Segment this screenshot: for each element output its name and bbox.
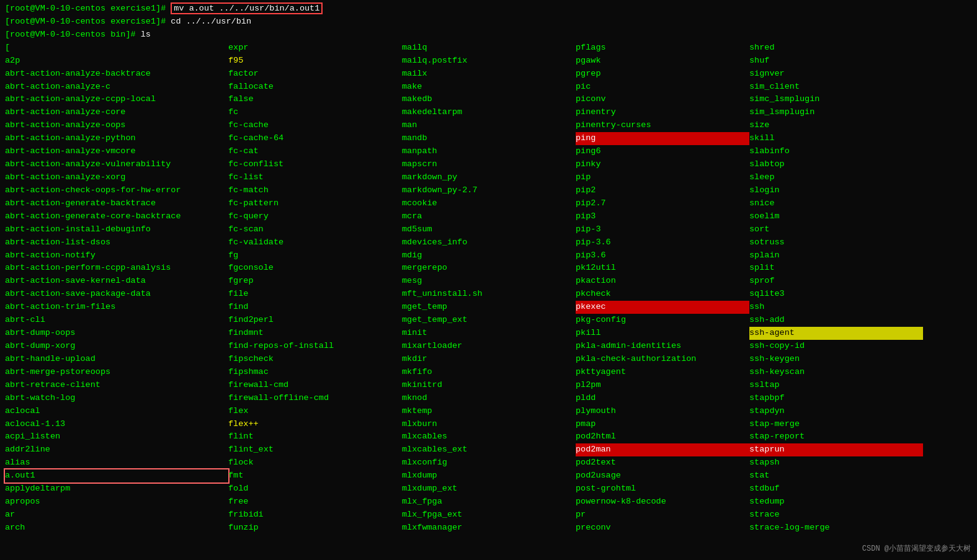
ls-item: mlx_fpga xyxy=(402,496,576,509)
ls-item: mailq.postfix xyxy=(402,55,576,68)
ls-item: factor xyxy=(228,68,402,81)
ls-item: abrt-cli xyxy=(5,314,228,327)
ls-item: fc-list xyxy=(228,171,402,184)
ls-item: pkg-config xyxy=(576,314,749,327)
ls-item: pip-3.6 xyxy=(576,236,749,249)
ls-item: pip3.6 xyxy=(576,249,749,262)
ls-item: findmnt xyxy=(228,327,402,340)
ls-item: addr2line xyxy=(5,443,228,456)
ls-item: mdevices_info xyxy=(402,236,576,249)
ls-item: abrt-action-generate-backtrace xyxy=(5,197,228,210)
ls-item: abrt-action-analyze-xorg xyxy=(5,171,228,184)
ls-item: ar xyxy=(5,509,228,522)
ls-item: split xyxy=(749,262,923,275)
ls-item: abrt-action-save-kernel-data xyxy=(5,275,228,288)
ls-item: flex++ xyxy=(228,418,402,431)
ls-item: abrt-merge-pstoreoops xyxy=(5,366,228,379)
ls-item: pk12util xyxy=(576,262,749,275)
ls-item: pkaction xyxy=(576,275,749,288)
ls-item: fc-conflist xyxy=(228,158,402,171)
watermark: CSDN @小苗苗渴望变成参天大树 xyxy=(862,543,971,554)
ls-item: stapbpf xyxy=(749,392,923,405)
ls-item: fc-scan xyxy=(228,223,402,236)
ls-item: stap-merge xyxy=(749,418,923,431)
ls-item: splain xyxy=(749,249,923,262)
ls-item: sqlite3 xyxy=(749,288,923,301)
ls-item: make xyxy=(402,81,576,94)
ls-item: fg xyxy=(228,249,402,262)
ls-item: mcookie xyxy=(402,197,576,210)
ls-item: fc-cat xyxy=(228,145,402,158)
ls-item: fribidi xyxy=(228,509,402,522)
ls-item: abrt-action-analyze-vmcore xyxy=(5,145,228,158)
ls-item: fc xyxy=(228,106,402,119)
ls-item: sim_client xyxy=(749,81,923,94)
ls-item: mkfifo xyxy=(402,366,576,379)
ls-item: markdown_py-2.7 xyxy=(402,184,576,197)
ls-item: find-repos-of-install xyxy=(228,340,402,353)
ls-item: fmt xyxy=(228,469,402,482)
ls-item: abrt-action-generate-core-backtrace xyxy=(5,210,228,223)
ls-item: pod2html xyxy=(576,430,749,443)
ls-item: find2perl xyxy=(228,314,402,327)
ls-item: abrt-action-list-dsos xyxy=(5,236,228,249)
ls-item: expr xyxy=(228,42,402,55)
ls-item: man xyxy=(402,119,576,132)
ls-item: abrt-dump-xorg xyxy=(5,340,228,353)
ls-item: staprun xyxy=(749,443,923,456)
ls-item: ssh xyxy=(749,301,923,314)
ls-item: fc-cache-64 xyxy=(228,132,402,145)
ls-item: sleep xyxy=(749,171,923,184)
ls-item: [ xyxy=(5,42,228,55)
ls-item: mkinitrd xyxy=(402,379,576,392)
ls-item: acpi_listen xyxy=(5,430,228,443)
ls-item: mlxburn xyxy=(402,418,576,431)
ls-item: mft_uninstall.sh xyxy=(402,288,576,301)
ls-item: mlx_fpga_ext xyxy=(402,509,576,522)
ls-item: mergerepo xyxy=(402,262,576,275)
ls-item: ssh-keyscan xyxy=(749,366,923,379)
ls-item: mlxdump xyxy=(402,469,576,482)
ls-item: aclocal xyxy=(5,405,228,418)
ls-item: soelim xyxy=(749,210,923,223)
ls-item: slabinfo xyxy=(749,145,923,158)
ls-item: pinentry-curses xyxy=(576,119,749,132)
ls-item: slabtop xyxy=(749,158,923,171)
ls-item: firewall-offline-cmd xyxy=(228,392,402,405)
ls-item: ssltap xyxy=(749,379,923,392)
ls-item: abrt-retrace-client xyxy=(5,379,228,392)
terminal-window: [root@VM-0-10-centos exercise1]# mv a.ou… xyxy=(0,0,977,537)
ls-item: ssh-keygen xyxy=(749,353,923,366)
ls-item: plymouth xyxy=(576,405,749,418)
ls-item: sort xyxy=(749,223,923,236)
ls-item: stat xyxy=(749,469,923,482)
ls-item: mlxcables xyxy=(402,430,576,443)
ls-item: pod2text xyxy=(576,456,749,469)
ls-item: fc-validate xyxy=(228,236,402,249)
ls-item: pr xyxy=(576,509,749,522)
ls-item: pkttyagent xyxy=(576,366,749,379)
ls-item: mget_temp_ext xyxy=(402,314,576,327)
ls-item: pod2man xyxy=(576,443,749,456)
ls-item: flex xyxy=(228,405,402,418)
ls-item: a.out1 xyxy=(5,469,228,482)
ls-item: stdbuf xyxy=(749,482,923,496)
ls-item: ssh-add xyxy=(749,314,923,327)
ls-item: slogin xyxy=(749,184,923,197)
ls-col-col1: [a2pabrt-action-analyze-backtraceabrt-ac… xyxy=(5,42,228,535)
ls-item: pkla-admin-identities xyxy=(576,340,749,353)
ls-item: post-grohtml xyxy=(576,482,749,496)
ls-item: sotruss xyxy=(749,236,923,249)
ls-item: size xyxy=(749,119,923,132)
ls-item: pip2 xyxy=(576,184,749,197)
ls-item: abrt-action-perform-ccpp-analysis xyxy=(5,262,228,275)
ls-item: fc-match xyxy=(228,184,402,197)
prompt-line-1: [root@VM-0-10-centos exercise1]# mv a.ou… xyxy=(5,2,972,16)
ls-item: ssh-copy-id xyxy=(749,340,923,353)
ls-item: pldd xyxy=(576,392,749,405)
ls-item: strace xyxy=(749,509,923,522)
ls-item: minit xyxy=(402,327,576,340)
prompt-line-2: [root@VM-0-10-centos exercise1]# cd ../.… xyxy=(5,16,972,29)
ls-item: mlxcables_ext xyxy=(402,443,576,456)
ls-item: mapscrn xyxy=(402,158,576,171)
